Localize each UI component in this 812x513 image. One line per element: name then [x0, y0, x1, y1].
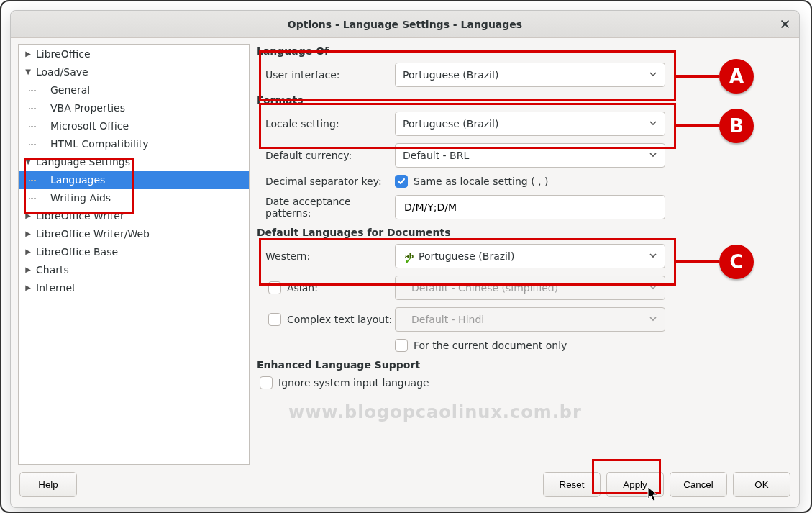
section-formats: Formats	[257, 94, 684, 106]
cancel-button[interactable]: Cancel	[670, 472, 727, 497]
tree-item-vba-properties[interactable]: VBA Properties	[19, 99, 249, 117]
western-combo[interactable]: ab✔ Portuguese (Brazil)	[395, 244, 665, 268]
connector-c	[676, 260, 719, 263]
tree-label: Languages	[50, 174, 105, 186]
dialog-footer: Help Reset Apply Cancel OK	[11, 465, 799, 507]
triangle-right-icon[interactable]: ▶	[20, 212, 36, 219]
current-doc-only-checkbox[interactable]	[395, 339, 408, 352]
tree-label: Microsoft Office	[50, 120, 129, 132]
triangle-right-icon[interactable]: ▶	[20, 248, 36, 255]
tree-label: LibreOffice Writer	[36, 210, 124, 222]
help-button[interactable]: Help	[19, 472, 77, 497]
triangle-right-icon[interactable]: ▶	[20, 230, 36, 237]
ignore-sys-input-checkbox[interactable]	[260, 376, 273, 389]
locale-value: Portuguese (Brazil)	[403, 118, 498, 130]
category-tree[interactable]: ▶LibreOffice▼Load/SaveGeneralVBA Propert…	[18, 44, 250, 465]
callout-a: A	[719, 59, 754, 94]
currency-combo[interactable]: Default - BRL	[395, 143, 665, 168]
currency-label: Default currency:	[257, 150, 395, 161]
tree-item-general[interactable]: General	[19, 81, 249, 99]
asian-checkbox[interactable]	[268, 281, 281, 294]
callout-b: B	[719, 109, 754, 143]
chevron-down-icon	[649, 150, 657, 161]
asian-label: Asian:	[287, 282, 318, 294]
ctl-row: Complex text layout:	[257, 313, 395, 326]
tree-item-charts[interactable]: ▶Charts	[19, 260, 249, 278]
decimal-label: Decimal separator key:	[257, 176, 395, 187]
western-label: Western:	[257, 250, 395, 262]
options-dialog: Options - Language Settings - Languages …	[10, 10, 800, 508]
tree-label: LibreOffice Base	[36, 246, 118, 258]
watermark: www.blogopcaolinux.com.br	[288, 402, 684, 422]
current-doc-only-label: For the current document only	[414, 340, 567, 351]
currency-value: Default - BRL	[403, 150, 469, 161]
decimal-check-text: Same as locale setting ( , )	[414, 176, 548, 187]
locale-label: Locale setting:	[257, 118, 395, 130]
tree-label: VBA Properties	[50, 102, 125, 114]
tree-item-internet[interactable]: ▶Internet	[19, 278, 249, 296]
decimal-same-locale-checkbox[interactable]	[395, 175, 408, 188]
tree-label: Language Settings	[36, 156, 130, 168]
tree-item-html-compatibility[interactable]: HTML Compatibility	[19, 135, 249, 153]
triangle-right-icon[interactable]: ▶	[20, 50, 36, 58]
tree-label: Load/Save	[36, 66, 88, 78]
section-enhanced: Enhanced Language Support	[257, 359, 684, 371]
asian-combo: Default - Chinese (simplified)	[395, 276, 665, 300]
ctl-value: Default - Hindi	[411, 314, 484, 325]
chevron-down-icon	[649, 250, 657, 262]
date-label: Date acceptance patterns:	[257, 196, 395, 219]
dialog-title: Options - Language Settings - Languages	[288, 19, 522, 30]
tree-item-load-save[interactable]: ▼Load/Save	[19, 63, 249, 81]
settings-panel: Language Of User interface: Portuguese (…	[257, 44, 792, 465]
tree-item-writing-aids[interactable]: Writing Aids	[19, 189, 249, 206]
triangle-down-icon[interactable]: ▼	[20, 68, 36, 76]
locale-combo[interactable]: Portuguese (Brazil)	[395, 112, 665, 136]
tree-item-libreoffice-writer-web[interactable]: ▶LibreOffice Writer/Web	[19, 224, 249, 242]
western-value: Portuguese (Brazil)	[419, 250, 514, 262]
spellcheck-icon: ab✔	[403, 251, 416, 261]
chevron-down-icon	[649, 282, 657, 294]
ui-label: User interface:	[257, 69, 395, 81]
close-icon[interactable]	[776, 15, 793, 32]
connector-a	[676, 75, 719, 78]
tree-label: General	[50, 84, 90, 96]
tree-label: LibreOffice Writer/Web	[36, 228, 150, 240]
ctl-checkbox[interactable]	[268, 313, 281, 326]
triangle-right-icon[interactable]: ▶	[20, 265, 36, 273]
callout-c: C	[719, 245, 754, 279]
tree-label: LibreOffice	[36, 48, 91, 60]
ui-language-value: Portuguese (Brazil)	[403, 69, 498, 81]
tree-item-libreoffice-writer[interactable]: ▶LibreOffice Writer	[19, 206, 249, 224]
titlebar: Options - Language Settings - Languages	[11, 11, 799, 38]
tree-label: HTML Compatibility	[50, 138, 149, 150]
cursor-icon	[647, 486, 660, 504]
tree-item-microsoft-office[interactable]: Microsoft Office	[19, 117, 249, 135]
ignore-sys-input-label: Ignore system input language	[278, 377, 429, 389]
tree-item-libreoffice-base[interactable]: ▶LibreOffice Base	[19, 242, 249, 260]
asian-value: Default - Chinese (simplified)	[411, 282, 558, 294]
triangle-down-icon[interactable]: ▼	[20, 158, 36, 165]
tree-item-language-settings[interactable]: ▼Language Settings	[19, 153, 249, 171]
tree-label: Charts	[36, 264, 69, 276]
connector-b	[676, 124, 719, 127]
date-patterns-input[interactable]	[395, 195, 665, 219]
section-language-of: Language Of	[257, 45, 684, 57]
date-patterns-field[interactable]	[403, 201, 657, 214]
chevron-down-icon	[649, 314, 657, 325]
asian-row: Asian:	[257, 281, 395, 294]
ctl-label: Complex text layout:	[287, 314, 392, 325]
chevron-down-icon	[649, 69, 657, 81]
chevron-down-icon	[649, 118, 657, 130]
tree-label: Writing Aids	[50, 192, 111, 204]
ctl-combo: Default - Hindi	[395, 307, 665, 332]
triangle-right-icon[interactable]: ▶	[20, 283, 36, 291]
tree-label: Internet	[36, 282, 76, 294]
tree-item-libreoffice[interactable]: ▶LibreOffice	[19, 45, 249, 63]
ok-button[interactable]: OK	[733, 472, 790, 497]
reset-button[interactable]: Reset	[543, 472, 601, 497]
ui-language-combo[interactable]: Portuguese (Brazil)	[395, 63, 665, 87]
tree-item-languages[interactable]: Languages	[19, 171, 249, 189]
section-default-langs: Default Languages for Documents	[257, 227, 684, 238]
